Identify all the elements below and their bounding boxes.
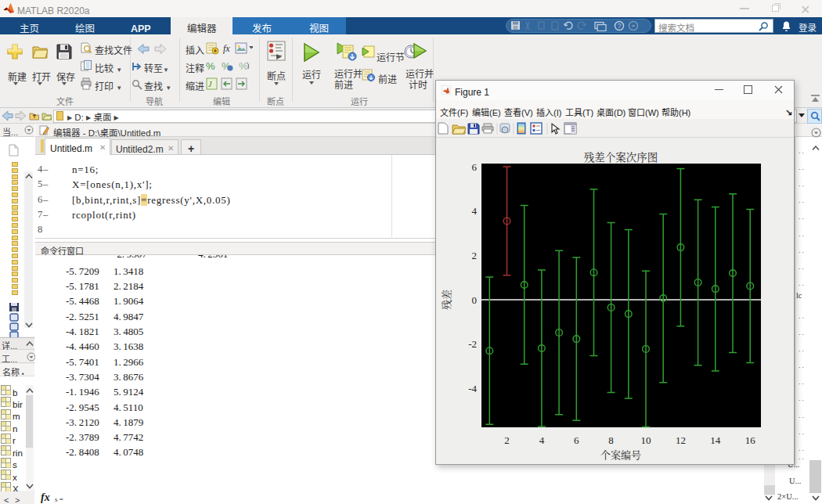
svg-text:4: 4 — [472, 205, 478, 217]
svg-text:?: ? — [618, 22, 622, 30]
svg-text:2: 2 — [504, 434, 510, 446]
svg-text:10: 10 — [641, 434, 651, 446]
svg-text:残差: 残差 — [438, 290, 453, 310]
svg-text:%: % — [239, 60, 248, 72]
svg-text:6: 6 — [574, 434, 579, 446]
svg-text:fx: fx — [223, 43, 230, 54]
svg-text:6: 6 — [472, 161, 478, 173]
svg-text:16: 16 — [745, 434, 756, 446]
svg-text:2: 2 — [472, 250, 478, 261]
svg-text:12: 12 — [676, 434, 686, 446]
svg-text:%: % — [206, 60, 215, 72]
svg-text:J: J — [208, 80, 212, 88]
svg-text:4: 4 — [539, 434, 545, 446]
svg-text:0: 0 — [472, 294, 478, 306]
svg-text:残差个案次序图: 残差个案次序图 — [584, 149, 658, 164]
svg-text:个案编号: 个案编号 — [600, 447, 641, 462]
svg-text:8: 8 — [608, 434, 614, 446]
svg-text:-4: -4 — [468, 383, 477, 394]
svg-text:-2: -2 — [468, 338, 477, 350]
svg-text:14: 14 — [710, 434, 721, 446]
